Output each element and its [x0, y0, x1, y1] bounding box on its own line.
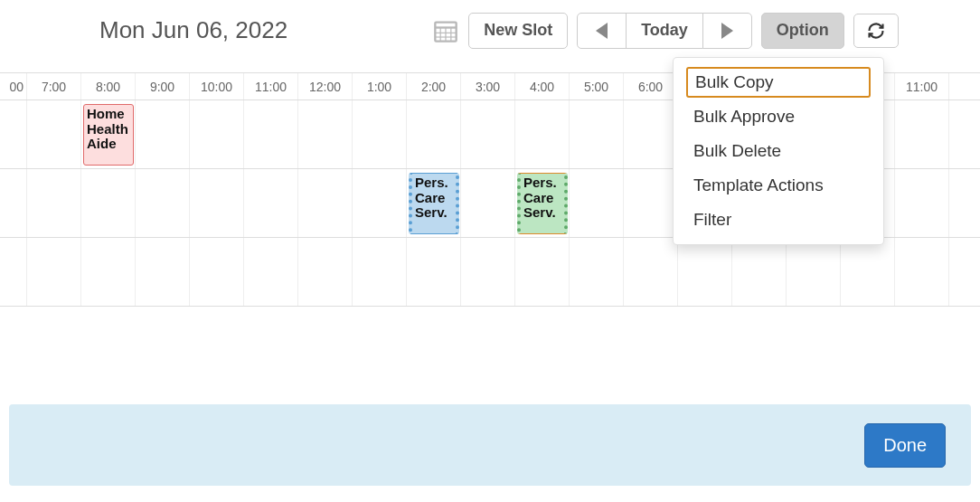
triangle-right-icon	[721, 23, 733, 39]
time-label: 11:00	[244, 73, 298, 99]
nav-group: Today	[577, 13, 752, 49]
dropdown-template-actions[interactable]: Template Actions	[674, 168, 883, 203]
event-personal-care-2[interactable]: Pers. Care Serv.	[517, 173, 568, 234]
prev-button[interactable]	[577, 13, 627, 49]
time-label: 7:00	[27, 73, 81, 99]
time-label: 4:00	[515, 73, 570, 99]
refresh-button[interactable]	[853, 14, 899, 48]
time-label: 11:00	[895, 73, 949, 99]
time-label: 6:00	[624, 73, 678, 99]
event-personal-care-1[interactable]: Pers. Care Serv.	[409, 173, 459, 234]
today-button[interactable]: Today	[626, 13, 703, 49]
footer-bar: Done	[9, 404, 971, 486]
dropdown-bulk-approve[interactable]: Bulk Approve	[674, 99, 883, 134]
option-dropdown: Bulk Copy Bulk Approve Bulk Delete Templ…	[673, 57, 884, 245]
toolbar: Mon Jun 06, 2022 New Slot Today Option	[0, 0, 980, 62]
date-title: Mon Jun 06, 2022	[99, 16, 287, 44]
time-label: 12:00	[298, 73, 353, 99]
time-label: 00	[0, 73, 27, 99]
time-label: 5:00	[570, 73, 624, 99]
time-label: 3:00	[461, 73, 515, 99]
dropdown-filter[interactable]: Filter	[674, 203, 883, 237]
done-button[interactable]: Done	[864, 423, 946, 468]
new-slot-button[interactable]: New Slot	[468, 13, 568, 49]
next-button[interactable]	[702, 13, 752, 49]
dropdown-bulk-copy[interactable]: Bulk Copy	[686, 67, 871, 98]
calendar-icon[interactable]	[432, 18, 459, 43]
dropdown-bulk-delete[interactable]: Bulk Delete	[674, 134, 883, 168]
refresh-icon	[867, 22, 885, 40]
time-label: 8:00	[81, 73, 136, 99]
event-home-health-aide[interactable]: Home Health Aide	[83, 104, 134, 166]
option-button[interactable]: Option	[761, 13, 844, 49]
time-label: 2:00	[407, 73, 461, 99]
time-label: 10:00	[190, 73, 244, 99]
time-label: 1:00	[353, 73, 407, 99]
triangle-left-icon	[596, 23, 608, 39]
time-label: 9:00	[136, 73, 190, 99]
calendar-row[interactable]	[0, 238, 980, 307]
